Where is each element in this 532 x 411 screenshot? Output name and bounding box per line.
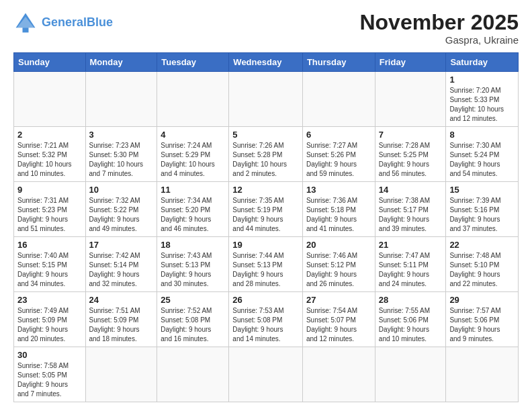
day-number: 11 (161, 185, 225, 195)
calendar-week-0: 1Sunrise: 7:20 AM Sunset: 5:33 PM Daylig… (14, 72, 519, 127)
day-info: Sunrise: 7:31 AM Sunset: 5:23 PM Dayligh… (17, 196, 82, 234)
calendar-cell (157, 72, 229, 127)
calendar-cell (14, 72, 86, 127)
day-info: Sunrise: 7:30 AM Sunset: 5:24 PM Dayligh… (449, 141, 515, 179)
col-wednesday: Wednesday (229, 53, 303, 72)
calendar-cell: 22Sunrise: 7:48 AM Sunset: 5:10 PM Dayli… (446, 237, 519, 292)
day-number: 8 (449, 130, 515, 140)
col-friday: Friday (375, 53, 446, 72)
day-info: Sunrise: 7:39 AM Sunset: 5:16 PM Dayligh… (449, 196, 515, 234)
calendar-cell: 3Sunrise: 7:23 AM Sunset: 5:30 PM Daylig… (85, 127, 157, 182)
calendar-cell (229, 72, 303, 127)
calendar-cell (229, 347, 303, 402)
calendar-week-1: 2Sunrise: 7:21 AM Sunset: 5:32 PM Daylig… (14, 127, 519, 182)
day-info: Sunrise: 7:42 AM Sunset: 5:14 PM Dayligh… (89, 251, 154, 289)
month-title: November 2025 (359, 11, 519, 34)
day-info: Sunrise: 7:21 AM Sunset: 5:32 PM Dayligh… (17, 141, 82, 179)
day-info: Sunrise: 7:58 AM Sunset: 5:05 PM Dayligh… (17, 361, 82, 399)
logo-general: General (42, 15, 87, 29)
location: Gaspra, Ukraine (359, 34, 519, 46)
day-number: 17 (89, 240, 154, 250)
calendar-cell (85, 347, 157, 402)
day-number: 13 (306, 185, 371, 195)
day-info: Sunrise: 7:53 AM Sunset: 5:08 PM Dayligh… (232, 306, 299, 344)
calendar-cell: 15Sunrise: 7:39 AM Sunset: 5:16 PM Dayli… (446, 182, 519, 237)
calendar-cell: 18Sunrise: 7:43 AM Sunset: 5:13 PM Dayli… (157, 237, 229, 292)
calendar-cell (85, 72, 157, 127)
day-number: 2 (17, 130, 82, 140)
day-number: 29 (449, 295, 515, 305)
calendar-cell (302, 72, 375, 127)
day-number: 15 (449, 185, 515, 195)
calendar-cell: 8Sunrise: 7:30 AM Sunset: 5:24 PM Daylig… (446, 127, 519, 182)
calendar-page: GeneralBlue November 2025 Gaspra, Ukrain… (0, 0, 532, 411)
day-info: Sunrise: 7:57 AM Sunset: 5:06 PM Dayligh… (449, 306, 515, 344)
day-info: Sunrise: 7:24 AM Sunset: 5:29 PM Dayligh… (161, 141, 225, 179)
day-number: 28 (379, 295, 443, 305)
logo-text: GeneralBlue (42, 16, 113, 30)
calendar-week-2: 9Sunrise: 7:31 AM Sunset: 5:23 PM Daylig… (14, 182, 519, 237)
col-monday: Monday (85, 53, 157, 72)
day-info: Sunrise: 7:54 AM Sunset: 5:07 PM Dayligh… (306, 306, 371, 344)
day-number: 27 (306, 295, 371, 305)
day-number: 12 (232, 185, 299, 195)
calendar-cell: 14Sunrise: 7:38 AM Sunset: 5:17 PM Dayli… (375, 182, 446, 237)
logo: GeneralBlue (13, 11, 113, 35)
day-number: 18 (161, 240, 225, 250)
day-info: Sunrise: 7:27 AM Sunset: 5:26 PM Dayligh… (306, 141, 371, 179)
calendar-cell: 21Sunrise: 7:47 AM Sunset: 5:11 PM Dayli… (375, 237, 446, 292)
day-info: Sunrise: 7:52 AM Sunset: 5:08 PM Dayligh… (161, 306, 225, 344)
day-info: Sunrise: 7:38 AM Sunset: 5:17 PM Dayligh… (379, 196, 443, 234)
day-number: 1 (449, 75, 515, 85)
calendar-cell: 28Sunrise: 7:55 AM Sunset: 5:06 PM Dayli… (375, 292, 446, 347)
day-number: 30 (17, 350, 82, 360)
day-number: 23 (17, 295, 82, 305)
calendar-cell: 27Sunrise: 7:54 AM Sunset: 5:07 PM Dayli… (302, 292, 375, 347)
calendar-cell: 25Sunrise: 7:52 AM Sunset: 5:08 PM Dayli… (157, 292, 229, 347)
day-number: 20 (306, 240, 371, 250)
day-info: Sunrise: 7:47 AM Sunset: 5:11 PM Dayligh… (379, 251, 443, 289)
header-row: Sunday Monday Tuesday Wednesday Thursday… (14, 53, 519, 72)
calendar-cell: 26Sunrise: 7:53 AM Sunset: 5:08 PM Dayli… (229, 292, 303, 347)
day-number: 25 (161, 295, 225, 305)
title-block: November 2025 Gaspra, Ukraine (359, 11, 519, 46)
calendar-cell: 19Sunrise: 7:44 AM Sunset: 5:13 PM Dayli… (229, 237, 303, 292)
col-thursday: Thursday (302, 53, 375, 72)
day-info: Sunrise: 7:36 AM Sunset: 5:18 PM Dayligh… (306, 196, 371, 234)
calendar-cell (157, 347, 229, 402)
logo-icon (13, 11, 38, 35)
calendar-cell (375, 347, 446, 402)
calendar-table: Sunday Monday Tuesday Wednesday Thursday… (13, 52, 519, 402)
calendar-cell: 6Sunrise: 7:27 AM Sunset: 5:26 PM Daylig… (302, 127, 375, 182)
day-info: Sunrise: 7:28 AM Sunset: 5:25 PM Dayligh… (379, 141, 443, 179)
day-number: 10 (89, 185, 154, 195)
calendar-cell (302, 347, 375, 402)
day-info: Sunrise: 7:32 AM Sunset: 5:22 PM Dayligh… (89, 196, 154, 234)
day-number: 22 (449, 240, 515, 250)
day-info: Sunrise: 7:20 AM Sunset: 5:33 PM Dayligh… (449, 86, 515, 124)
col-sunday: Sunday (14, 53, 86, 72)
day-info: Sunrise: 7:23 AM Sunset: 5:30 PM Dayligh… (89, 141, 154, 179)
calendar-cell: 4Sunrise: 7:24 AM Sunset: 5:29 PM Daylig… (157, 127, 229, 182)
logo-blue: Blue (87, 15, 113, 29)
day-number: 6 (306, 130, 371, 140)
day-number: 16 (17, 240, 82, 250)
day-info: Sunrise: 7:34 AM Sunset: 5:20 PM Dayligh… (161, 196, 225, 234)
calendar-cell: 10Sunrise: 7:32 AM Sunset: 5:22 PM Dayli… (85, 182, 157, 237)
calendar-cell: 11Sunrise: 7:34 AM Sunset: 5:20 PM Dayli… (157, 182, 229, 237)
calendar-week-4: 23Sunrise: 7:49 AM Sunset: 5:09 PM Dayli… (14, 292, 519, 347)
calendar-week-3: 16Sunrise: 7:40 AM Sunset: 5:15 PM Dayli… (14, 237, 519, 292)
day-number: 7 (379, 130, 443, 140)
day-number: 19 (232, 240, 299, 250)
day-info: Sunrise: 7:49 AM Sunset: 5:09 PM Dayligh… (17, 306, 82, 344)
day-number: 9 (17, 185, 82, 195)
calendar-cell: 30Sunrise: 7:58 AM Sunset: 5:05 PM Dayli… (14, 347, 86, 402)
day-number: 4 (161, 130, 225, 140)
day-info: Sunrise: 7:44 AM Sunset: 5:13 PM Dayligh… (232, 251, 299, 289)
day-number: 5 (232, 130, 299, 140)
calendar-cell: 1Sunrise: 7:20 AM Sunset: 5:33 PM Daylig… (446, 72, 519, 127)
calendar-cell (375, 72, 446, 127)
calendar-cell: 2Sunrise: 7:21 AM Sunset: 5:32 PM Daylig… (14, 127, 86, 182)
day-info: Sunrise: 7:26 AM Sunset: 5:28 PM Dayligh… (232, 141, 299, 179)
col-tuesday: Tuesday (157, 53, 229, 72)
